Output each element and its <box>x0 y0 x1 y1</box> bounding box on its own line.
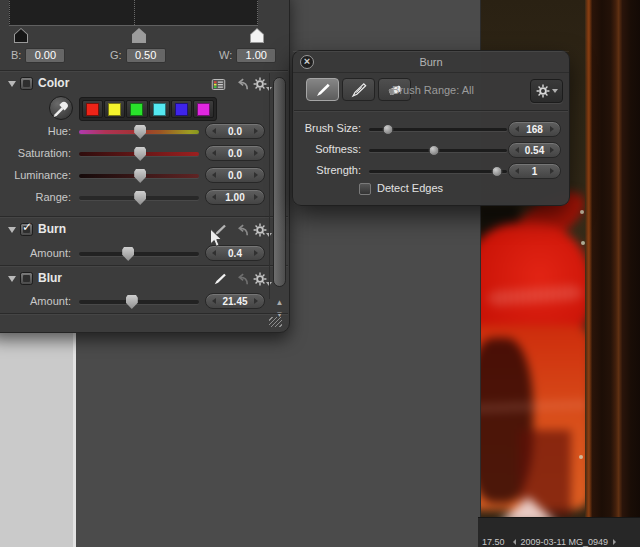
levels-white-label: W: <box>219 49 232 61</box>
color-section-header: Color <box>0 75 269 95</box>
color-swatch-yellow[interactable] <box>104 100 125 118</box>
color-swatch-green[interactable] <box>126 100 147 118</box>
stepper-decrement-icon[interactable] <box>209 128 216 134</box>
detect-edges-checkbox[interactable] <box>359 183 371 195</box>
strength-thumb[interactable] <box>492 166 503 177</box>
hue-slider[interactable] <box>79 130 199 134</box>
softness-stepper[interactable]: 0.54 <box>508 142 561 158</box>
stepper-increment-icon[interactable] <box>254 194 261 200</box>
stepper-decrement-icon[interactable] <box>512 168 519 174</box>
color-section-title: Color <box>38 76 69 90</box>
stepper-decrement-icon[interactable] <box>209 194 216 200</box>
softness-label: Softness: <box>293 143 361 155</box>
range-slider-thumb[interactable] <box>134 191 146 205</box>
levels-black-handle[interactable] <box>14 28 28 43</box>
stepper-decrement-icon[interactable] <box>512 126 519 132</box>
color-swatch-magenta[interactable] <box>193 100 214 118</box>
strength-label: Strength: <box>293 164 361 176</box>
burn-amount-thumb[interactable] <box>122 247 134 261</box>
blur-amount-slider[interactable] <box>79 300 199 304</box>
eyedropper-button[interactable] <box>49 96 73 120</box>
range-stepper[interactable]: 1.00 <box>205 189 265 205</box>
hue-slider-thumb[interactable] <box>134 125 146 139</box>
strength-stepper[interactable]: 1 <box>508 163 561 179</box>
stepper-decrement-icon[interactable] <box>209 150 216 156</box>
burn-amount-slider[interactable] <box>79 252 199 256</box>
panel-bottom-bar <box>0 313 288 331</box>
color-swatch-red[interactable] <box>82 100 103 118</box>
strength-slider[interactable] <box>369 170 507 173</box>
burn-hud-window: × Burn Brush Range: All Brush Size: 168 <box>292 50 570 206</box>
stepper-increment-icon[interactable] <box>550 126 557 132</box>
stepper-decrement-icon[interactable] <box>512 147 519 153</box>
color-gear-icon[interactable] <box>253 77 268 92</box>
saturation-stepper[interactable]: 0.0 <box>205 145 265 161</box>
next-icon[interactable] <box>613 539 619 545</box>
luminance-slider[interactable] <box>79 174 199 178</box>
levels-white-handle[interactable] <box>250 28 264 43</box>
stepper-increment-icon[interactable] <box>254 298 261 304</box>
blur-amount-label: Amount: <box>0 295 71 307</box>
luminance-stepper[interactable]: 0.0 <box>205 167 265 183</box>
color-swatch-blue[interactable] <box>171 100 192 118</box>
luminance-slider-thumb[interactable] <box>134 169 146 183</box>
levels-histogram[interactable] <box>9 0 258 26</box>
brush-size-slider[interactable] <box>369 128 507 131</box>
stepper-increment-icon[interactable] <box>254 172 261 178</box>
burn-section-title: Burn <box>38 222 66 236</box>
color-swatch-cyan[interactable] <box>149 100 170 118</box>
levels-gray-field[interactable]: 0.50 <box>126 48 166 63</box>
brush-size-thumb[interactable] <box>383 124 394 135</box>
hue-stepper[interactable]: 0.0 <box>205 123 265 139</box>
levels-white-field[interactable]: 1.00 <box>236 48 276 63</box>
filmstrip-time: 17.50 <box>482 537 505 547</box>
feather-brush-tool-button[interactable] <box>342 78 375 101</box>
blur-amount-thumb[interactable] <box>126 295 138 309</box>
range-value: 1.00 <box>225 192 244 203</box>
luminance-label: Luminance: <box>0 169 71 181</box>
softness-thumb[interactable] <box>428 145 439 156</box>
burn-section-header: ✓ Burn <box>0 221 269 241</box>
blur-amount-value: 21.45 <box>222 296 247 307</box>
burn-enable-checkbox[interactable]: ✓ <box>20 223 33 236</box>
disclosure-triangle-icon[interactable] <box>8 227 16 233</box>
burn-reset-icon[interactable] <box>235 223 250 238</box>
hud-title-bar[interactable]: × Burn <box>293 51 569 73</box>
blur-reset-icon[interactable] <box>235 272 250 287</box>
color-reset-icon[interactable] <box>235 77 250 92</box>
color-enable-checkbox[interactable] <box>20 77 33 90</box>
blur-brush-icon[interactable] <box>213 272 228 287</box>
brush-tool-button[interactable] <box>306 78 339 101</box>
stepper-decrement-icon[interactable] <box>209 298 216 304</box>
saturation-slider[interactable] <box>79 152 199 156</box>
hud-gear-button[interactable] <box>530 79 563 103</box>
burn-gear-icon[interactable] <box>253 223 268 238</box>
levels-black-field[interactable]: 0.00 <box>25 48 65 63</box>
blur-enable-checkbox[interactable] <box>20 272 33 285</box>
panel-scrollbar-thumb[interactable] <box>273 77 286 287</box>
disclosure-triangle-icon[interactable] <box>8 81 16 87</box>
color-list-icon[interactable] <box>211 77 226 92</box>
scroll-up-icon[interactable]: ▲ <box>274 298 285 308</box>
disclosure-triangle-icon[interactable] <box>8 276 16 282</box>
prev-icon[interactable] <box>510 539 516 545</box>
blur-gear-icon[interactable] <box>253 272 268 287</box>
softness-slider[interactable] <box>369 149 507 152</box>
saturation-value: 0.0 <box>228 148 242 159</box>
stepper-increment-icon[interactable] <box>550 168 557 174</box>
stepper-increment-icon[interactable] <box>254 250 261 256</box>
strength-value: 1 <box>532 166 538 177</box>
photo-door-frame <box>585 0 640 517</box>
blur-amount-stepper[interactable]: 21.45 <box>205 293 265 309</box>
saturation-slider-thumb[interactable] <box>134 147 146 161</box>
stepper-increment-icon[interactable] <box>254 128 261 134</box>
adjustments-panel: B: 0.00 G: 0.50 W: 1.00 Color <box>0 0 290 333</box>
stepper-increment-icon[interactable] <box>254 150 261 156</box>
stepper-increment-icon[interactable] <box>550 147 557 153</box>
range-slider[interactable] <box>79 196 199 200</box>
levels-gray-handle[interactable] <box>132 28 146 43</box>
stepper-decrement-icon[interactable] <box>209 172 216 178</box>
resize-grip[interactable] <box>269 317 282 327</box>
brush-size-stepper[interactable]: 168 <box>508 121 561 137</box>
burn-amount-value: 0.4 <box>228 248 242 259</box>
